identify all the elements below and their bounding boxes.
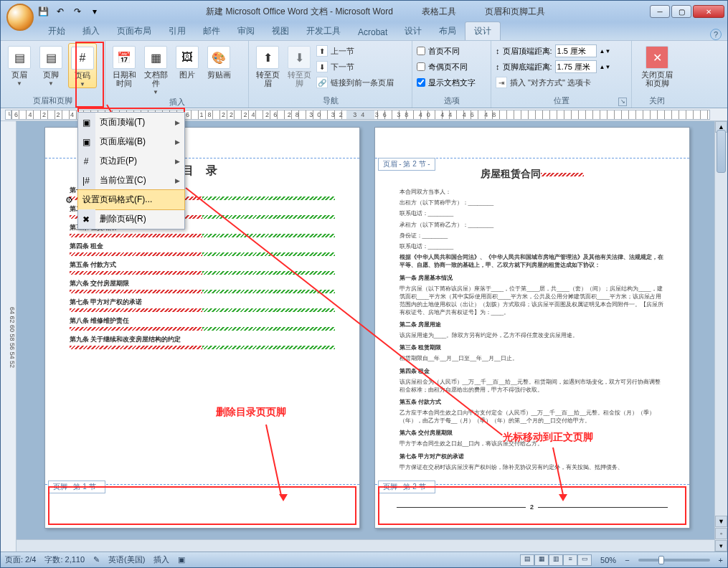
clipart-icon: 🎨: [207, 46, 230, 69]
scroll-down[interactable]: ▼: [715, 516, 727, 527]
picture-button[interactable]: 🖼 图片: [173, 43, 202, 79]
context-title-1: 表格工具: [422, 6, 456, 18]
toc-line: 第九条 关于继续和改变房屋结构的约定: [70, 335, 335, 344]
close-hf-icon: ✕: [646, 46, 668, 69]
odd-even-diff-checkbox[interactable]: 奇偶页不同: [417, 59, 476, 75]
next-page[interactable]: ▾: [715, 540, 727, 552]
menu-format-pagenum[interactable]: ⚙设置页码格式(F)...: [77, 189, 185, 210]
scroll-thumb[interactable]: [717, 130, 726, 173]
zoom-out[interactable]: −: [625, 556, 629, 564]
show-doc-text-checkbox[interactable]: 显示文档文字: [417, 75, 476, 90]
goto-footer-button[interactable]: ⬇ 转至页脚: [285, 43, 313, 87]
status-mode[interactable]: 插入: [153, 554, 169, 565]
align-tab-button[interactable]: ⇥插入 "对齐方式" 选项卡: [496, 75, 610, 90]
view-outline[interactable]: ≡: [563, 554, 577, 566]
menu-current-pos[interactable]: |#当前位置(C)▶: [78, 171, 184, 190]
tab-icon: ⇥: [496, 77, 507, 88]
menu-page-margin[interactable]: #页边距(P)▶: [78, 151, 184, 171]
quick-access-toolbar: 💾 ↶ ↷ ▾: [35, 4, 103, 19]
view-web[interactable]: ▥: [549, 554, 563, 566]
format-icon: ⚙: [62, 194, 75, 207]
group-nav-label: 导航: [253, 94, 407, 108]
close-button[interactable]: ✕: [693, 5, 724, 18]
tab-view[interactable]: 视图: [263, 22, 298, 40]
pagenum-button[interactable]: # 页码 ▼: [68, 43, 97, 88]
current-pos-icon: |#: [80, 174, 93, 187]
next-section-button[interactable]: ⬇下一节: [316, 59, 394, 75]
ftr-dist-icon: ↕: [496, 62, 500, 71]
tab-start[interactable]: 开始: [39, 22, 74, 40]
goto-header-button[interactable]: ⬆ 转至页眉: [253, 43, 282, 87]
zoom-slider[interactable]: [638, 559, 710, 562]
page-number: 2: [530, 503, 534, 511]
horizontal-scrollbar[interactable]: [16, 539, 714, 552]
docparts-button[interactable]: ▦ 文档部件 ▼: [141, 43, 170, 95]
page-margin-icon: #: [80, 155, 93, 168]
arrowhead-2: [279, 494, 288, 501]
pagenum-menu: ▣页面顶端(T)▶ ▣页面底端(B)▶ #页边距(P)▶ |#当前位置(C)▶ …: [77, 112, 185, 229]
toc-line: 第七条 甲方对产权的承诺: [70, 298, 335, 307]
toc-line: 第四条 租金: [70, 242, 335, 251]
link-icon: 🔗: [316, 77, 328, 88]
tab-table-layout[interactable]: 布局: [430, 22, 465, 40]
qat-save[interactable]: 💾: [35, 4, 51, 19]
hdr-dist-input[interactable]: [555, 44, 597, 57]
help-button[interactable]: ?: [710, 29, 722, 40]
picture-icon: 🖼: [176, 46, 199, 69]
status-proof-icon[interactable]: ✎: [93, 555, 100, 564]
tab-layout[interactable]: 页面布局: [108, 22, 160, 40]
page-2[interactable]: 页眉 - 第 2 节 - 房屋租赁合同 本合同双方当事人： 出租方（以下简称甲方…: [374, 127, 690, 529]
clipart-button[interactable]: 🎨 剪贴画: [204, 43, 233, 79]
ftr-dist-label: 页脚底端距离:: [503, 62, 552, 72]
annotation-2: 光标移动到正文页脚: [503, 431, 593, 444]
menu-remove-pagenum[interactable]: ✖删除页码(R): [78, 209, 184, 229]
next-icon: ⬇: [316, 61, 328, 72]
prev-icon: ⬆: [316, 45, 328, 57]
menu-page-top[interactable]: ▣页面顶端(T)▶: [78, 113, 184, 132]
status-words[interactable]: 字数: 2,110: [44, 554, 85, 565]
link-previous-button[interactable]: 🔗链接到前一条页眉: [316, 75, 394, 90]
calendar-icon: 📅: [113, 46, 136, 69]
qat-undo[interactable]: ↶: [52, 4, 68, 19]
minimize-button[interactable]: ─: [650, 5, 670, 18]
qat-redo[interactable]: ↷: [70, 4, 85, 19]
office-button[interactable]: [6, 4, 34, 31]
vertical-scrollbar[interactable]: ▲ ▼ ◦ ▾: [714, 121, 727, 552]
status-lang[interactable]: 英语(美国): [108, 554, 145, 565]
tab-dev[interactable]: 开发工具: [298, 22, 349, 40]
tab-table-design[interactable]: 设计: [396, 22, 430, 40]
status-page[interactable]: 页面: 2/4: [5, 554, 36, 565]
qat-more[interactable]: ▾: [87, 4, 103, 19]
view-fullread[interactable]: ▦: [534, 554, 549, 566]
view-print[interactable]: ▤: [520, 554, 534, 566]
footer-button[interactable]: ▤ 页脚 ▼: [37, 43, 65, 87]
view-draft[interactable]: ▭: [577, 554, 592, 566]
close-hf-button[interactable]: ✕ 关闭页眉 和页脚: [638, 43, 676, 87]
status-bar: 页面: 2/4 字数: 2,110 ✎ 英语(美国) 插入 ▣ ▤ ▦ ▥ ≡ …: [1, 552, 727, 567]
arrowhead-3: [559, 494, 567, 501]
prev-section-button[interactable]: ⬆上一节: [316, 43, 394, 59]
ftr-dist-input[interactable]: [555, 60, 597, 73]
maximize-button[interactable]: ▢: [671, 5, 691, 18]
menu-page-bottom[interactable]: ▣页面底端(B)▶: [78, 132, 184, 151]
datetime-button[interactable]: 📅 日期和 时间: [110, 43, 138, 87]
tab-mail[interactable]: 邮件: [194, 22, 229, 40]
zoom-level[interactable]: 50%: [600, 556, 616, 564]
tab-ref[interactable]: 引用: [160, 22, 194, 40]
vertical-ruler[interactable]: 64 62 60 58 56 54 52: [1, 121, 16, 552]
group-options-label: 选项: [417, 94, 486, 108]
position-dialog-launcher[interactable]: ↘: [618, 98, 627, 106]
tab-review[interactable]: 审阅: [229, 22, 263, 40]
hdr-dist-icon: ↕: [496, 47, 500, 55]
tab-acrobat[interactable]: Acrobat: [349, 24, 396, 40]
tab-insert[interactable]: 插入: [74, 22, 108, 40]
title-bar: 💾 ↶ ↷ ▾ 新建 Microsoft Office Word 文档 - Mi…: [1, 1, 727, 22]
page-bottom-icon: ▣: [80, 136, 93, 148]
status-macro-icon[interactable]: ▣: [178, 555, 185, 564]
tab-hf-design[interactable]: 设计: [465, 22, 501, 40]
zoom-in[interactable]: +: [719, 556, 723, 564]
first-page-diff-checkbox[interactable]: 首页不同: [417, 43, 476, 59]
group-close-label: 关闭: [636, 94, 678, 108]
header-button[interactable]: ▤ 页眉 ▼: [5, 43, 34, 87]
prev-page[interactable]: ◦: [715, 528, 727, 539]
